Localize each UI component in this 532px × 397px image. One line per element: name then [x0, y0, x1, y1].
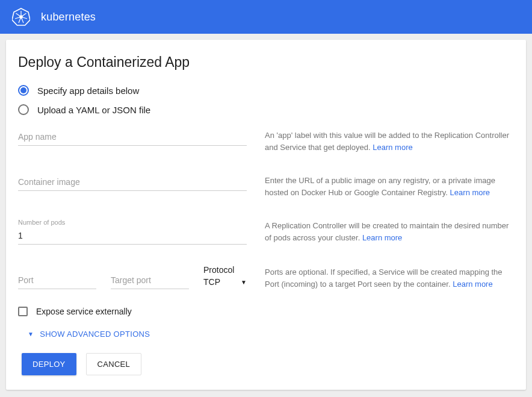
expose-externally-label: Expose service externally [36, 307, 132, 316]
radio-specify-details[interactable]: Specify app details below [18, 85, 514, 96]
page-title: Deploy a Containerized App [18, 54, 514, 70]
chevron-down-icon: ▼ [241, 279, 247, 286]
advanced-label: SHOW ADVANCED OPTIONS [40, 330, 150, 339]
radio-label: Specify app details below [37, 86, 139, 96]
protocol-label: Protocol [203, 265, 234, 275]
radio-icon [18, 104, 29, 115]
radio-icon [18, 85, 29, 96]
learn-more-link[interactable]: Learn more [453, 280, 492, 289]
target-port-input[interactable] [111, 272, 189, 289]
pods-label: Number of pods [18, 219, 247, 226]
number-of-pods-input[interactable] [18, 227, 247, 245]
port-input[interactable] [18, 272, 96, 289]
app-name-input[interactable] [18, 128, 247, 146]
radio-upload-file[interactable]: Upload a YAML or JSON file [18, 104, 514, 115]
cancel-button[interactable]: CANCEL [86, 353, 142, 375]
container-image-help: Enter the URL of a public image on any r… [265, 173, 514, 198]
app-title: kubernetes [41, 11, 96, 23]
expose-externally-checkbox[interactable] [18, 307, 28, 316]
container-image-input[interactable] [18, 173, 247, 191]
chevron-down-icon: ▼ [28, 331, 34, 337]
app-name-help: An 'app' label with this value will be a… [265, 128, 514, 153]
show-advanced-options-toggle[interactable]: ▼ SHOW ADVANCED OPTIONS [28, 330, 514, 339]
pods-help: A Replication Controller will be created… [265, 219, 514, 243]
protocol-select[interactable]: TCP ▼ [203, 275, 247, 289]
svg-line-3 [21, 13, 26, 17]
svg-line-8 [16, 13, 22, 17]
radio-label: Upload a YAML or JSON file [37, 105, 150, 115]
kubernetes-logo-icon [12, 8, 30, 26]
protocol-value: TCP [203, 277, 220, 287]
learn-more-link[interactable]: Learn more [362, 233, 402, 242]
deploy-mode-radio-group: Specify app details below Upload a YAML … [18, 85, 514, 115]
learn-more-link[interactable]: Learn more [373, 143, 412, 152]
ports-help: Ports are optional. If specified, a Serv… [265, 265, 514, 290]
deploy-card: Deploy a Containerized App Specify app d… [6, 40, 526, 390]
deploy-button[interactable]: DEPLOY [22, 353, 76, 375]
topbar: kubernetes [0, 0, 532, 34]
learn-more-link[interactable]: Learn more [450, 188, 490, 197]
